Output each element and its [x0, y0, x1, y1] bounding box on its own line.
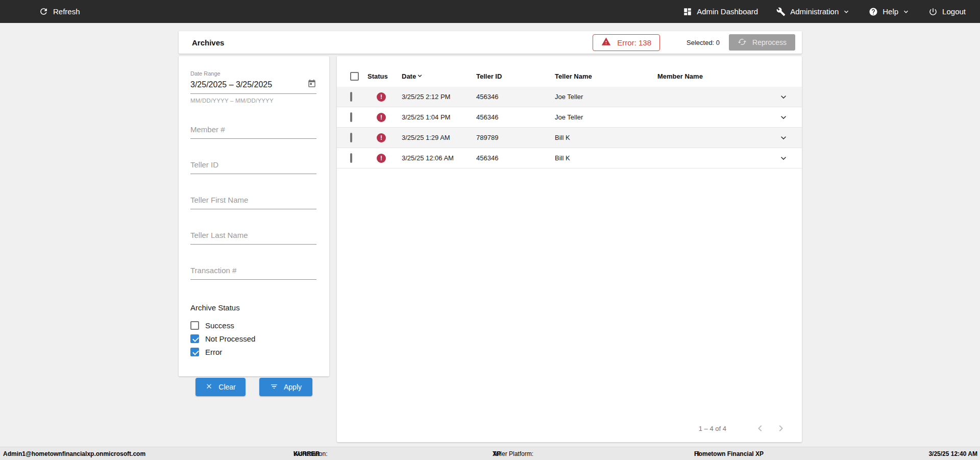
checkbox-label: Success	[205, 321, 234, 330]
next-page-button[interactable]	[774, 422, 788, 435]
archive-status-option[interactable]: Error	[190, 348, 316, 356]
error-status-icon: !	[377, 133, 386, 142]
error-count-badge[interactable]: Error: 138	[593, 34, 660, 51]
topbar: Refresh Admin Dashboard Administration H…	[0, 0, 980, 23]
filter-icon	[270, 382, 278, 392]
date-range-hint: MM/DD/YYYY – MM/DD/YYYY	[190, 98, 316, 104]
column-header-status[interactable]: Status	[368, 72, 402, 80]
cell-teller-id: 789789	[476, 134, 555, 141]
table-row: !3/25/25 1:04 PM456346Joe Teller	[337, 107, 802, 128]
archive-status-option[interactable]: Not Processed	[190, 334, 316, 343]
select-all-checkbox[interactable]	[350, 72, 359, 81]
archives-table-panel: Status Date Teller ID Teller Name Member…	[337, 56, 802, 442]
pagination-range-label: 1 – 4 of 4	[699, 425, 726, 432]
filter-panel: Date Range MM/DD/YYYY – MM/DD/YYYY Archi…	[179, 56, 329, 376]
refresh-icon	[39, 7, 48, 16]
admin-dashboard-label: Admin Dashboard	[697, 7, 758, 16]
error-count-label: Error: 138	[617, 38, 651, 47]
cell-date: 3/25/25 1:29 AM	[402, 134, 476, 141]
current-datetime: 3/25/25 12:40 AM	[928, 450, 977, 457]
archive-status-options: SuccessNot ProcessedError	[190, 321, 316, 356]
apply-button[interactable]: Apply	[259, 378, 312, 396]
power-icon	[928, 7, 938, 16]
administration-label: Administration	[790, 7, 839, 16]
row-checkbox[interactable]	[350, 153, 352, 163]
cell-teller-id: 456346	[476, 113, 555, 121]
archive-status-heading: Archive Status	[190, 303, 316, 312]
member-number-input[interactable]	[190, 125, 316, 139]
cell-date: 3/25/25 1:04 PM	[402, 113, 476, 121]
close-icon	[205, 382, 213, 392]
logout-button[interactable]: Logout	[928, 7, 966, 16]
wrench-icon	[776, 7, 786, 16]
dashboard-icon	[683, 7, 692, 16]
reprocess-button[interactable]: Reprocess	[729, 34, 795, 51]
previous-page-button[interactable]	[753, 422, 767, 435]
teller-last-name-input[interactable]	[190, 231, 316, 245]
sort-descending-icon	[416, 72, 424, 81]
expand-row-button[interactable]	[765, 92, 802, 102]
logged-in-user: Admin1@hometownfinancialxp.onmicrosoft.c…	[3, 450, 145, 457]
table-row: !3/25/25 1:29 AM789789Bill K	[337, 128, 802, 148]
error-status-icon: !	[377, 154, 386, 163]
row-checkbox[interactable]	[350, 92, 352, 102]
expand-row-button[interactable]	[765, 112, 802, 123]
status-bar: Admin1@hometownfinancialxp.onmicrosoft.c…	[0, 447, 980, 460]
transaction-number-input[interactable]	[190, 266, 316, 280]
table-body: !3/25/25 2:12 PM456346Joe Teller!3/25/25…	[337, 87, 802, 168]
cell-teller-id: 456346	[476, 154, 555, 162]
date-range-label: Date Range	[190, 70, 316, 77]
reprocess-cycle-icon	[738, 37, 747, 48]
admin-dashboard-menu[interactable]: Admin Dashboard	[683, 7, 758, 16]
cell-date: 3/25/25 12:06 AM	[402, 154, 476, 162]
checkbox[interactable]	[190, 348, 199, 356]
archives-toolbar: Archives Error: 138 Selected: 0 Reproces…	[179, 31, 802, 54]
chevron-down-icon	[902, 8, 910, 16]
warning-icon	[601, 37, 611, 48]
cell-teller-name: Bill K	[555, 154, 657, 162]
column-header-date-label: Date	[402, 72, 416, 80]
checkbox-label: Error	[205, 348, 222, 356]
reprocess-label: Reprocess	[752, 38, 787, 46]
column-header-teller-name[interactable]: Teller Name	[555, 72, 657, 80]
error-status-icon: !	[377, 92, 386, 102]
expand-row-button[interactable]	[765, 153, 802, 163]
checkbox[interactable]	[190, 334, 199, 343]
selected-count: Selected: 0	[687, 39, 720, 46]
help-label: Help	[883, 7, 898, 16]
column-header-member-name[interactable]: Member Name	[657, 72, 765, 80]
cell-teller-name: Joe Teller	[555, 113, 657, 121]
administration-menu[interactable]: Administration	[776, 7, 850, 16]
error-status-icon: !	[377, 113, 386, 122]
column-header-teller-id[interactable]: Teller ID	[476, 72, 555, 80]
cell-date: 3/25/25 2:12 PM	[402, 93, 476, 101]
refresh-label: Refresh	[53, 7, 80, 16]
refresh-button[interactable]: Refresh	[39, 7, 80, 16]
teller-first-name-input[interactable]	[190, 196, 316, 209]
pagination: 1 – 4 of 4	[699, 422, 788, 435]
chevron-down-icon	[842, 8, 850, 16]
apply-label: Apply	[284, 383, 302, 391]
table-header-row: Status Date Teller ID Teller Name Member…	[337, 65, 802, 87]
logout-label: Logout	[942, 7, 966, 16]
cell-teller-name: Joe Teller	[555, 93, 657, 101]
row-checkbox[interactable]	[350, 112, 352, 122]
help-menu[interactable]: Help	[869, 7, 910, 16]
teller-id-input[interactable]	[190, 160, 316, 174]
help-icon	[869, 7, 878, 16]
table-row: !3/25/25 2:12 PM456346Joe Teller	[337, 87, 802, 107]
page-title: Archives	[179, 38, 224, 47]
table-row: !3/25/25 12:06 AM456346Bill K	[337, 148, 802, 168]
row-checkbox[interactable]	[350, 133, 352, 142]
column-header-date[interactable]: Date	[402, 71, 476, 81]
checkbox[interactable]	[190, 321, 199, 330]
expand-row-button[interactable]	[765, 133, 802, 143]
clear-label: Clear	[218, 383, 235, 391]
clear-button[interactable]: Clear	[195, 378, 246, 396]
cell-teller-name: Bill K	[555, 134, 657, 141]
archive-status-option[interactable]: Success	[190, 321, 316, 330]
date-range-input[interactable]	[190, 80, 307, 89]
checkbox-label: Not Processed	[205, 334, 255, 343]
calendar-icon[interactable]	[307, 79, 316, 90]
cell-teller-id: 456346	[476, 93, 555, 101]
